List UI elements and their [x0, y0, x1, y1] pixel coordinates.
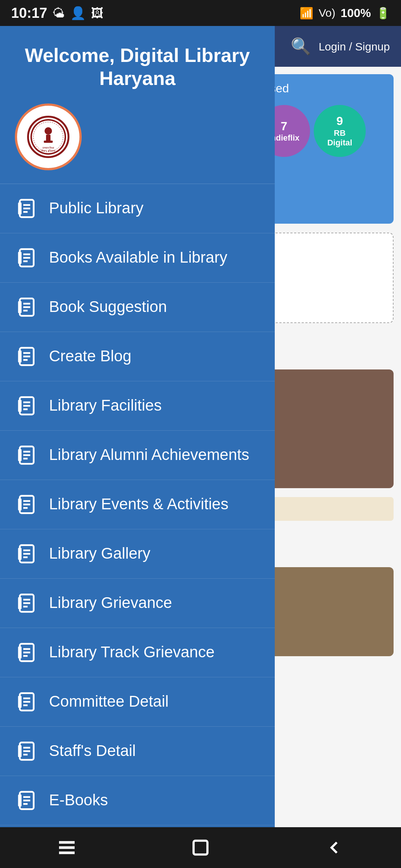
status-bar: 10:17 🌤 👤 🖼 📶 Vo) 100% 🔋	[0, 0, 401, 26]
menu-icon-book-suggestion	[15, 295, 39, 319]
menu-item-e-books[interactable]: E-Books	[0, 776, 275, 825]
menu-icon-books-available	[15, 246, 39, 270]
svg-rect-78	[193, 841, 207, 854]
drawer-logo: उच्चतर शिक्षा विभाग, हरियाणा	[15, 103, 82, 170]
menu-icon-library-grievance	[15, 591, 39, 615]
svg-rect-24	[18, 301, 22, 313]
svg-rect-74	[18, 794, 22, 806]
menu-label-library-gallery: Library Gallery	[49, 543, 150, 564]
battery-level: 100%	[340, 6, 371, 20]
time-display: 10:17	[11, 5, 47, 21]
menu-label-library-events: Library Events & Activities	[49, 494, 228, 514]
signal-icon: Vo)	[319, 7, 335, 19]
menu-icon-library-events	[15, 493, 39, 516]
svg-rect-14	[18, 202, 22, 214]
menu-item-public-library[interactable]: Public Library	[0, 184, 275, 233]
menu-label-public-library: Public Library	[49, 198, 143, 218]
hex-item-6[interactable]: 9 RBDigital	[314, 105, 366, 157]
menu-item-library-track-grievance[interactable]: Library Track Grievance	[0, 628, 275, 677]
svg-rect-69	[18, 745, 22, 757]
svg-rect-64	[18, 696, 22, 708]
svg-rect-19	[18, 251, 22, 264]
person-icon: 👤	[70, 6, 86, 20]
menu-icon-create-blog	[15, 345, 39, 368]
haryana-emblem-svg: उच्चतर शिक्षा विभाग, हरियाणा	[26, 115, 71, 159]
login-button[interactable]: Login / Signup	[319, 39, 390, 54]
svg-rect-44	[18, 498, 22, 510]
menu-icon-library-gallery	[15, 542, 39, 566]
bottom-navigation	[0, 827, 401, 868]
svg-point-4	[45, 127, 52, 135]
svg-text:उच्चतर शिक्षा: उच्चतर शिक्षा	[42, 146, 55, 149]
menu-item-books-available[interactable]: Books Available in Library	[0, 233, 275, 283]
svg-rect-49	[18, 548, 22, 560]
topbar-actions: 🔍 Login / Signup	[291, 37, 390, 56]
menu-label-library-facilities: Library Facilities	[49, 395, 162, 416]
svg-rect-6	[44, 141, 53, 143]
drawer-title: Welcome, Digital Library Haryana	[15, 44, 260, 90]
drawer-menu: Public Library Books Available in Librar…	[0, 184, 275, 827]
menu-icon-library-facilities	[15, 394, 39, 418]
menu-label-library-grievance: Library Grievance	[49, 593, 172, 613]
menu-item-library-gallery[interactable]: Library Gallery	[0, 529, 275, 579]
svg-rect-29	[18, 350, 22, 362]
menu-item-library-events[interactable]: Library Events & Activities	[0, 480, 275, 529]
menu-icon-staffs-detail	[15, 739, 39, 763]
svg-rect-34	[18, 400, 22, 412]
menu-item-create-blog[interactable]: Create Blog	[0, 332, 275, 381]
menu-icon-e-books	[15, 789, 39, 812]
menu-item-library-facilities[interactable]: Library Facilities	[0, 381, 275, 431]
menu-item-committee-detail[interactable]: Committee Detail	[0, 677, 275, 727]
menu-label-e-books: E-Books	[49, 790, 108, 811]
svg-rect-59	[18, 646, 22, 658]
drawer-header: Welcome, Digital Library Haryana उच्चतर …	[0, 26, 275, 184]
menu-label-committee-detail: Committee Detail	[49, 691, 169, 712]
menu-item-staffs-detail[interactable]: Staff's Detail	[0, 727, 275, 776]
status-bar-left: 10:17 🌤 👤 🖼	[11, 5, 104, 21]
menu-item-book-suggestion[interactable]: Book Suggestion	[0, 283, 275, 332]
menu-label-book-suggestion: Book Suggestion	[49, 297, 167, 317]
wifi-icon: 📶	[300, 7, 313, 20]
menu-icon-library-track-grievance	[15, 641, 39, 664]
status-bar-right: 📶 Vo) 100% 🔋	[300, 6, 390, 20]
menu-label-staffs-detail: Staff's Detail	[49, 741, 136, 761]
image-icon: 🖼	[91, 6, 104, 20]
nav-menu-button[interactable]	[52, 833, 82, 862]
menu-label-library-track-grievance: Library Track Grievance	[49, 642, 215, 662]
menu-icon-public-library	[15, 197, 39, 220]
search-icon[interactable]: 🔍	[291, 37, 311, 56]
svg-text:विभाग, हरियाणा: विभाग, हरियाणा	[41, 149, 56, 152]
menu-label-create-blog: Create Blog	[49, 346, 131, 366]
menu-item-library-grievance[interactable]: Library Grievance	[0, 579, 275, 628]
navigation-drawer: Welcome, Digital Library Haryana उच्चतर …	[0, 26, 275, 827]
menu-item-library-alumni[interactable]: Library Alumni Achievements	[0, 431, 275, 480]
menu-icon-library-alumni	[15, 443, 39, 467]
nav-back-button[interactable]	[319, 833, 349, 862]
menu-label-books-available: Books Available in Library	[49, 247, 227, 268]
menu-label-library-alumni: Library Alumni Achievements	[49, 445, 249, 465]
nav-home-button[interactable]	[186, 833, 215, 862]
svg-rect-39	[18, 449, 22, 461]
svg-rect-54	[18, 597, 22, 609]
menu-icon-committee-detail	[15, 690, 39, 714]
weather-icon: 🌤	[52, 6, 65, 20]
battery-icon: 🔋	[376, 7, 390, 20]
